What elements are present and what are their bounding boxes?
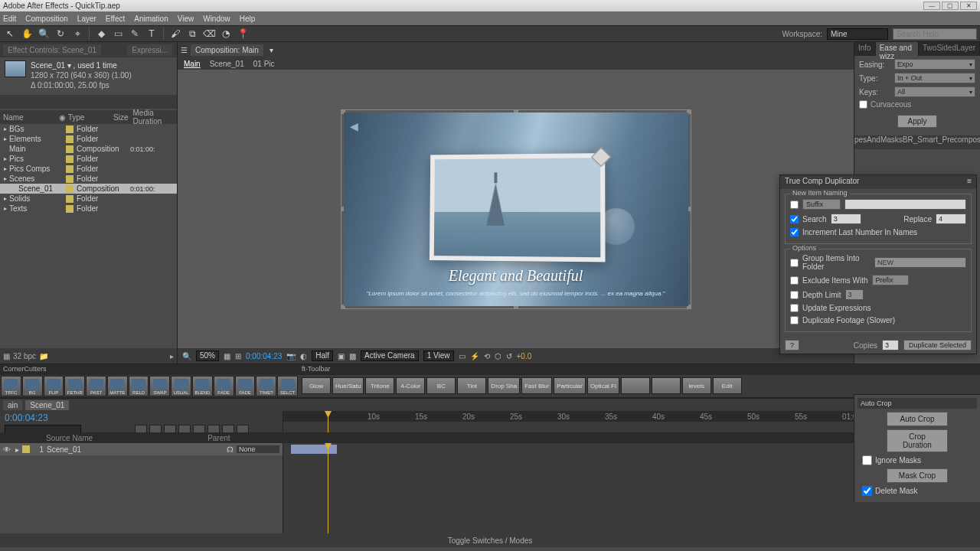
ft-opticalfl-button[interactable]: Optical Fl [587,377,619,394]
ft-edit-button[interactable]: Edit [713,377,742,394]
cc-flip-button[interactable]: FLIP [44,376,64,396]
col-label-icon[interactable]: ◉ [59,113,68,122]
project-scroll-icon[interactable]: ▸ [170,352,174,360]
toggle-switches-button[interactable]: Toggle Switches / Modes [448,536,533,545]
search-input[interactable] [831,214,861,224]
col-name[interactable]: Name [0,113,59,122]
tab-twosided[interactable]: TwoSidedLayer [919,42,980,56]
ft-fastblur-button[interactable]: Fast Blur [521,377,552,394]
update-expr-checkbox[interactable] [790,304,799,312]
menu-composition[interactable]: Composition [25,15,68,23]
interpret-footage-icon[interactable]: ▦ [3,352,10,360]
layer-name[interactable]: Scene_01 [47,445,224,454]
crumb-main[interactable]: Main [184,60,201,68]
bpc-toggle[interactable]: 32 bpc [13,352,36,360]
project-search[interactable] [0,95,177,109]
cc-selct-button[interactable]: SELCT [277,376,298,396]
help-button[interactable]: ? [785,340,799,350]
layer-label-color[interactable] [22,445,30,453]
project-item[interactable]: ▸Pics CompsFolder [0,164,177,174]
flowchart-icon[interactable]: ⬡ [495,352,501,360]
menu-help[interactable]: Help [240,15,256,23]
menu-effect[interactable]: Effect [106,15,125,23]
comp-tab-dropdown-icon[interactable]: ▾ [270,46,273,54]
roi-icon[interactable]: ▣ [338,352,345,360]
cc-fethr-button[interactable]: FETHR [64,376,85,396]
cc-tffc-button[interactable]: TFFC [1,376,21,396]
visibility-icon[interactable]: 👁 [3,445,12,454]
rect-tool-icon[interactable]: ▭ [111,27,125,41]
selection-tool-icon[interactable]: ↖ [3,27,17,41]
zoom-dropdown[interactable]: 50% [196,350,219,361]
cc-fade-button[interactable]: FADE [235,376,256,396]
fast-preview-icon[interactable]: ⚡ [470,352,479,360]
exclude-checkbox[interactable] [790,276,799,285]
magnify-icon[interactable]: 🔍 [182,352,191,360]
twirl-icon[interactable]: ▸ [15,445,19,454]
ft-levels-button[interactable]: levels [682,377,711,394]
ft-tritone-button[interactable]: Tritone [365,377,394,394]
cc-blend-button[interactable]: BLEND [192,376,213,396]
pixel-aspect-icon[interactable]: ▭ [459,352,466,360]
anchor-tool-icon[interactable]: ◆ [94,27,108,41]
ft-bc-button[interactable]: BC [426,377,456,394]
snapshot-icon[interactable]: 📷 [286,352,296,360]
maximize-button[interactable]: ▢ [942,2,959,10]
text-tool-icon[interactable]: T [145,27,158,41]
keys-dropdown[interactable]: All [894,86,975,97]
tab-info[interactable]: Info [854,42,876,56]
mask-crop-button[interactable]: Mask Crop [887,468,948,483]
new-folder-icon[interactable]: 📁 [39,352,48,360]
ft-color-button[interactable]: 4-Color [396,377,425,394]
camera-tool-icon[interactable]: ⌖ [70,27,84,41]
parent-dropdown[interactable]: None [237,445,279,453]
expression-tab[interactable]: Expressi... [127,44,172,56]
ft-blank-button[interactable] [652,377,681,394]
parent-pickwhip-icon[interactable]: ☊ [227,445,234,454]
exposure-reset-icon[interactable]: ↺ [506,352,512,360]
transparency-icon[interactable]: ▩ [349,352,356,360]
tab-ease-wizz[interactable]: Ease and wizz [876,42,919,56]
increment-checkbox[interactable] [790,228,799,236]
channel-icon[interactable]: ◐ [300,352,307,360]
pin-tool-icon[interactable]: 📍 [236,27,250,41]
curvaceous-checkbox[interactable] [859,100,867,109]
autocrop-button[interactable]: Auto Crop [887,412,948,426]
crumb-scene[interactable]: Scene_01 [210,60,244,68]
eraser-tool-icon[interactable]: ⌫ [202,27,216,41]
cc-usual-button[interactable]: USUAL [171,376,191,396]
crumb-pic[interactable]: 01 Pic [253,60,275,68]
crop-duration-button[interactable]: Crop Duration [887,429,948,452]
apply-button[interactable]: Apply [897,115,936,128]
replace-input[interactable] [936,214,966,224]
close-button[interactable]: ✕ [960,2,977,10]
ft-particular-button[interactable]: Particular [554,377,586,394]
delete-mask-checkbox[interactable] [862,486,872,496]
zoom-tool-icon[interactable]: 🔍 [37,27,51,41]
ft-huesatu-button[interactable]: Hue/Satu [332,377,364,394]
project-item[interactable]: ▸PicsFolder [0,154,177,164]
tab-smart-precomposer[interactable]: BR_Smart_Precomposer [903,135,980,149]
project-item[interactable]: Scene_01Composition0:01:00: [0,184,177,194]
menu-view[interactable]: View [178,15,194,23]
workspace-dropdown[interactable]: Mine [827,28,888,40]
cc-past-button[interactable]: PAST [86,376,106,396]
resolution-dropdown[interactable]: Half [312,350,333,361]
minimize-button[interactable]: — [923,2,940,10]
timeline-timecode[interactable]: 0:00:04:23 [5,412,48,423]
cc-fade-button[interactable]: FADE [214,376,234,396]
effect-controls-tab[interactable]: Effect Controls: Scene_01 [3,44,101,56]
tab-shapes-masks[interactable]: pesAndMasks [854,135,903,149]
rotate-tool-icon[interactable]: ↻ [54,27,67,41]
col-size[interactable]: Size [113,113,132,122]
depth-checkbox[interactable] [790,291,799,299]
timeline-link-icon[interactable]: ⟲ [484,352,490,360]
menu-animation[interactable]: Animation [134,15,168,23]
composition-viewer[interactable]: ◀ Elegant and Beautiful "Lorem ipsum dol… [178,70,854,348]
roto-tool-icon[interactable]: ◔ [219,27,233,41]
col-duration[interactable]: Media Duration [133,109,177,126]
menu-layer[interactable]: Layer [77,15,96,23]
playhead[interactable] [328,411,328,432]
panel-menu-icon[interactable]: ≡ [967,177,972,187]
copies-input[interactable] [882,340,899,350]
